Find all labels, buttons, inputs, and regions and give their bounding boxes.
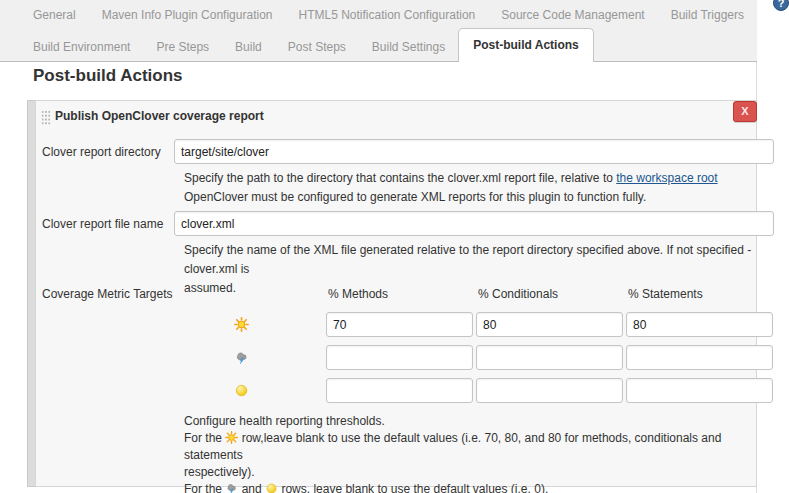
clover-report-file-name-input[interactable] <box>174 211 774 236</box>
help-text: rows, leave blank to use the default val… <box>278 482 548 493</box>
help-text: and <box>238 482 265 493</box>
page-title: Post-build Actions <box>33 66 183 86</box>
column-header-methods: % Methods <box>328 287 388 301</box>
yellow-ball-icon <box>234 383 249 398</box>
conditionals-target-stormy-input[interactable] <box>476 345 623 370</box>
tab-build-environment[interactable]: Build Environment <box>20 32 143 62</box>
column-header-statements: % Statements <box>628 287 703 301</box>
thresholds-help-text: Configure health reporting thresholds. F… <box>184 413 756 493</box>
delete-section-button[interactable]: X <box>733 101 757 122</box>
methods-target-unstable-input[interactable] <box>326 378 473 403</box>
section-body: Publish OpenClover coverage report X Clo… <box>35 100 757 487</box>
config-tab-bar: General Maven Info Plugin Configuration … <box>0 0 757 62</box>
tab-source-code-management[interactable]: Source Code Management <box>488 0 657 30</box>
storm-icon <box>225 482 238 493</box>
help-text: For the <box>184 431 225 445</box>
clover-report-file-name-label: Clover report file name <box>42 217 163 231</box>
statements-target-unstable-input[interactable] <box>626 378 773 403</box>
help-line: For the row,leave blank to use the defau… <box>184 430 756 464</box>
help-line: OpenClover must be configured to generat… <box>184 188 718 207</box>
storm-icon <box>234 350 249 365</box>
clover-report-directory-input[interactable] <box>174 139 774 164</box>
help-line: Specify the name of the XML file generat… <box>184 241 756 279</box>
workspace-root-link[interactable]: the workspace root <box>616 171 717 185</box>
tab-post-steps[interactable]: Post Steps <box>275 32 359 62</box>
help-icon[interactable]: ? <box>773 0 789 11</box>
section-title: Publish OpenClover coverage report <box>55 109 264 123</box>
help-line: respectively). <box>184 464 756 481</box>
conditionals-target-unstable-input[interactable] <box>476 378 623 403</box>
tab-post-build-actions[interactable]: Post-build Actions <box>458 28 594 62</box>
grip-icon[interactable] <box>41 110 51 125</box>
help-text: row,leave blank to use the default value… <box>184 431 721 462</box>
help-text: Specify the path to the directory that c… <box>184 171 616 185</box>
tab-row-1: General Maven Info Plugin Configuration … <box>20 0 757 30</box>
publish-openclover-section: Publish OpenClover coverage report X Clo… <box>27 100 757 487</box>
coverage-metric-targets-label: Coverage Metric Targets <box>42 287 173 301</box>
help-line: Configure health reporting thresholds. <box>184 413 756 430</box>
statements-target-healthy-input[interactable] <box>626 312 773 337</box>
sunny-icon <box>225 431 238 444</box>
help-line: For the and rows, leave blank to use the… <box>184 481 756 493</box>
methods-target-stormy-input[interactable] <box>326 345 473 370</box>
tab-row-2: Build Environment Pre Steps Build Post S… <box>20 30 594 62</box>
yellow-ball-icon <box>265 482 278 493</box>
tab-build[interactable]: Build <box>222 32 275 62</box>
column-header-conditionals: % Conditionals <box>478 287 558 301</box>
conditionals-target-healthy-input[interactable] <box>476 312 623 337</box>
help-line: Specify the path to the directory that c… <box>184 169 718 188</box>
sunny-icon <box>234 317 249 332</box>
clover-report-directory-help: Specify the path to the directory that c… <box>184 169 718 207</box>
clover-report-directory-label: Clover report directory <box>42 145 161 159</box>
jenkins-config-page: General Maven Info Plugin Configuration … <box>0 0 789 493</box>
statements-target-stormy-input[interactable] <box>626 345 773 370</box>
tab-pre-steps[interactable]: Pre Steps <box>143 32 222 62</box>
tab-build-settings[interactable]: Build Settings <box>359 32 458 62</box>
tab-maven-info-plugin-configuration[interactable]: Maven Info Plugin Configuration <box>89 0 286 30</box>
tab-html5-notification-configuration[interactable]: HTML5 Notification Configuration <box>285 0 488 30</box>
tab-build-triggers[interactable]: Build Triggers <box>658 0 757 30</box>
tab-general[interactable]: General <box>20 0 89 30</box>
methods-target-healthy-input[interactable] <box>326 312 473 337</box>
help-text: For the <box>184 482 225 493</box>
